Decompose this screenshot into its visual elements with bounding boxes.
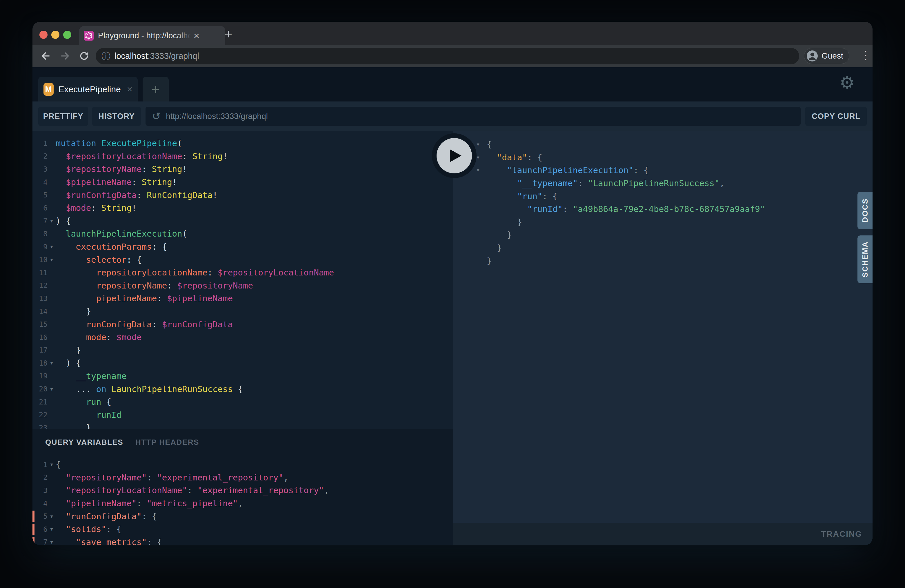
query_editor-line: 6 $mode: String! bbox=[32, 202, 453, 215]
query_editor-line: 22 runId bbox=[32, 408, 453, 421]
query_editor-line: 16 mode: $mode bbox=[32, 331, 453, 344]
variables_editor-line: 1▾{ bbox=[32, 458, 453, 471]
address-url: localhost:3333/graphql bbox=[114, 51, 199, 61]
line-number: 13 bbox=[32, 294, 48, 303]
error-marker bbox=[32, 537, 35, 545]
query-editor-pane[interactable]: 1mutation ExecutePipeline(2 $repositoryL… bbox=[32, 131, 453, 545]
playground-tab-close-icon[interactable]: × bbox=[127, 84, 132, 95]
line-number: 15 bbox=[32, 320, 48, 329]
query_editor-line: 4 $pipelineName: String! bbox=[32, 176, 453, 189]
browser-tab[interactable]: Playground - http://localhost:3 × bbox=[79, 26, 225, 45]
response_viewer-line: } bbox=[453, 254, 873, 267]
tracing-bar: TRACING bbox=[453, 523, 873, 545]
tab-query-variables[interactable]: QUERY VARIABLES bbox=[45, 438, 123, 447]
query-code[interactable]: 1mutation ExecutePipeline(2 $repositoryL… bbox=[32, 137, 453, 434]
line-number: 2 bbox=[32, 152, 48, 161]
variables-code[interactable]: 1▾{2 "repositoryName": "experimental_rep… bbox=[32, 458, 453, 545]
line-number: 1 bbox=[32, 461, 48, 469]
line-number: 6 bbox=[32, 204, 48, 212]
line-number: 20 bbox=[32, 385, 48, 393]
site-info-icon[interactable]: ⓘ bbox=[102, 52, 110, 60]
back-icon[interactable] bbox=[40, 50, 52, 62]
line-number: 10 bbox=[32, 256, 48, 264]
endpoint-url: http://localhost:3333/graphql bbox=[166, 111, 268, 121]
schema-side-tab[interactable]: SCHEMA bbox=[857, 235, 873, 283]
fold-arrow-icon[interactable]: ▾ bbox=[48, 218, 56, 224]
error-marker bbox=[32, 524, 35, 535]
profile-chip[interactable]: Guest bbox=[804, 48, 849, 64]
query_editor-line: 20▾ ... on LaunchPipelineRunSuccess { bbox=[32, 383, 453, 396]
line-number: 21 bbox=[32, 398, 48, 406]
fold-arrow-icon[interactable]: ▾ bbox=[48, 540, 56, 545]
fold-arrow-icon[interactable]: ▾ bbox=[48, 526, 56, 532]
zoom-window-button[interactable] bbox=[63, 31, 71, 39]
query_editor-line: 21 run { bbox=[32, 396, 453, 408]
response_viewer-line: } bbox=[453, 229, 873, 242]
tab-title-fade bbox=[178, 31, 191, 40]
query_editor-line: 2 $repositoryLocationName: String! bbox=[32, 150, 453, 163]
playground-tab-executepipeline[interactable]: M ExecutePipeline × bbox=[38, 77, 138, 102]
line-number: 7 bbox=[32, 216, 48, 225]
avatar-icon bbox=[807, 51, 818, 62]
browser-tab-title: Playground - http://localhost:3 bbox=[98, 31, 191, 40]
tracing-label[interactable]: TRACING bbox=[821, 529, 862, 539]
tab-http-headers[interactable]: HTTP HEADERS bbox=[135, 438, 199, 447]
mutation-badge: M bbox=[43, 83, 54, 96]
close-window-button[interactable] bbox=[40, 31, 48, 39]
line-number: 1 bbox=[32, 139, 48, 148]
line-number: 3 bbox=[32, 486, 48, 495]
error-marker bbox=[32, 510, 35, 522]
query_editor-line: 9▾ executionParams: { bbox=[32, 240, 453, 253]
query_editor-line: 17 } bbox=[32, 344, 453, 357]
settings-gear-icon[interactable]: ⚙ bbox=[840, 74, 854, 91]
variables-tabs: QUERY VARIABLES HTTP HEADERS bbox=[45, 438, 199, 447]
tab-close-icon[interactable]: × bbox=[194, 31, 199, 41]
response-pane: ▾{▾ "data": {▾ "launchPipelineExecution"… bbox=[453, 131, 873, 545]
playground-main: 1mutation ExecutePipeline(2 $repositoryL… bbox=[32, 131, 873, 545]
variables_editor-line: 5▾ "runConfigData": { bbox=[32, 510, 453, 523]
playground-toolbar: PRETTIFY HISTORY ↺ http://localhost:3333… bbox=[32, 102, 873, 131]
address-bar[interactable]: ⓘ localhost:3333/graphql bbox=[96, 48, 799, 64]
response_viewer-line: } bbox=[453, 242, 873, 254]
fold-arrow-icon[interactable]: ▾ bbox=[48, 514, 56, 519]
line-number: 22 bbox=[32, 410, 48, 419]
fold-arrow-icon[interactable]: ▾ bbox=[48, 462, 56, 467]
profile-label: Guest bbox=[821, 51, 843, 60]
forward-icon[interactable] bbox=[59, 50, 71, 62]
minimize-window-button[interactable] bbox=[51, 31, 59, 39]
browser-menu-icon[interactable]: ⋮ bbox=[860, 48, 872, 62]
fold-arrow-icon[interactable]: ▾ bbox=[48, 386, 56, 392]
line-number: 19 bbox=[32, 372, 48, 380]
fold-arrow-icon[interactable]: ▾ bbox=[48, 257, 56, 262]
query_editor-line: 18▾ ) { bbox=[32, 357, 453, 370]
traffic-lights bbox=[40, 31, 71, 39]
query_editor-line: 15 runConfigData: $runConfigData bbox=[32, 318, 453, 331]
new-tab-button[interactable]: + bbox=[220, 26, 237, 42]
line-number: 5 bbox=[32, 191, 48, 199]
line-number: 7 bbox=[32, 538, 48, 545]
query_editor-line: 19 __typename bbox=[32, 370, 453, 383]
execute-button[interactable] bbox=[432, 133, 476, 178]
variables_editor-line: 7▾ "save_metrics": { bbox=[32, 536, 453, 545]
docs-side-tab[interactable]: DOCS bbox=[857, 192, 873, 229]
fold-arrow-icon[interactable]: ▾ bbox=[48, 244, 56, 250]
variables_editor-line: 6▾ "solids": { bbox=[32, 523, 453, 536]
line-number: 6 bbox=[32, 525, 48, 534]
response_viewer-line: } bbox=[453, 216, 873, 229]
reload-icon[interactable] bbox=[78, 50, 90, 62]
schema-label: SCHEMA bbox=[861, 241, 870, 278]
prettify-button[interactable]: PRETTIFY bbox=[38, 107, 88, 126]
endpoint-input[interactable]: ↺ http://localhost:3333/graphql bbox=[146, 107, 801, 126]
line-number: 2 bbox=[32, 473, 48, 482]
fold-arrow-icon[interactable]: ▾ bbox=[48, 361, 56, 366]
playground-new-tab-button[interactable]: + bbox=[143, 77, 169, 102]
history-button[interactable]: HISTORY bbox=[92, 107, 141, 126]
query_editor-line: 5 $runConfigData: RunConfigData! bbox=[32, 189, 453, 202]
copy-curl-button[interactable]: COPY CURL bbox=[805, 107, 867, 126]
endpoint-history-icon[interactable]: ↺ bbox=[152, 111, 160, 121]
line-number: 17 bbox=[32, 346, 48, 354]
browser-tab-bar: Playground - http://localhost:3 × + bbox=[32, 22, 873, 45]
variables_editor-line: 4 "pipelineName": "metrics_pipeline", bbox=[32, 497, 453, 510]
graphql-playground: M ExecutePipeline × + ⚙ PRETTIFY HISTORY… bbox=[32, 67, 873, 545]
docs-label: DOCS bbox=[861, 198, 870, 222]
